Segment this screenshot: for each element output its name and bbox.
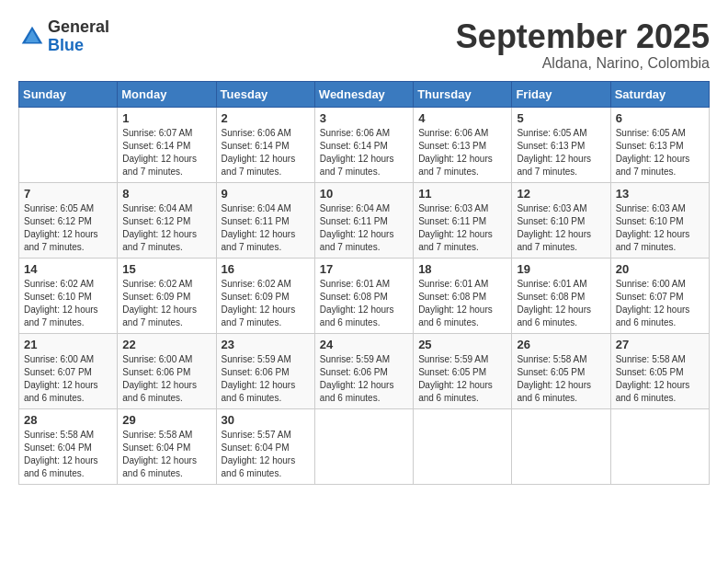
calendar-cell: 7Sunrise: 6:05 AMSunset: 6:12 PMDaylight… (19, 182, 118, 258)
day-info: Sunrise: 6:05 AMSunset: 6:13 PMDaylight:… (517, 127, 605, 178)
day-info: Sunrise: 5:59 AMSunset: 6:06 PMDaylight:… (320, 353, 408, 405)
day-info: Sunrise: 6:06 AMSunset: 6:14 PMDaylight:… (320, 127, 408, 178)
calendar-cell (414, 408, 512, 484)
calendar-cell: 12Sunrise: 6:03 AMSunset: 6:10 PMDayligh… (512, 182, 610, 258)
day-number: 24 (320, 338, 408, 351)
day-info: Sunrise: 6:00 AMSunset: 6:07 PMDaylight:… (24, 353, 112, 405)
calendar-cell: 13Sunrise: 6:03 AMSunset: 6:10 PMDayligh… (610, 182, 709, 258)
calendar-cell: 23Sunrise: 5:59 AMSunset: 6:06 PMDayligh… (216, 333, 314, 408)
day-info: Sunrise: 6:06 AMSunset: 6:13 PMDaylight:… (418, 127, 506, 178)
calendar-cell: 19Sunrise: 6:01 AMSunset: 6:08 PMDayligh… (512, 258, 610, 333)
day-number: 2 (222, 111, 310, 125)
calendar-cell: 5Sunrise: 6:05 AMSunset: 6:13 PMDaylight… (512, 107, 610, 182)
calendar-week-row: 7Sunrise: 6:05 AMSunset: 6:12 PMDaylight… (19, 182, 710, 258)
location: Aldana, Narino, Colombia (456, 55, 710, 72)
day-info: Sunrise: 6:03 AMSunset: 6:11 PMDaylight:… (418, 202, 506, 254)
day-info: Sunrise: 6:03 AMSunset: 6:10 PMDaylight:… (616, 202, 704, 254)
calendar-week-row: 28Sunrise: 5:58 AMSunset: 6:04 PMDayligh… (19, 408, 710, 484)
calendar-cell: 30Sunrise: 5:57 AMSunset: 6:04 PMDayligh… (216, 408, 314, 484)
header-cell: Wednesday (314, 81, 413, 107)
day-number: 18 (418, 262, 506, 276)
day-info: Sunrise: 6:02 AMSunset: 6:09 PMDaylight:… (122, 278, 210, 329)
day-number: 22 (122, 338, 210, 351)
day-number: 25 (418, 338, 506, 351)
day-number: 9 (222, 187, 310, 201)
calendar-cell: 9Sunrise: 6:04 AMSunset: 6:11 PMDaylight… (216, 182, 314, 258)
calendar-cell: 8Sunrise: 6:04 AMSunset: 6:12 PMDaylight… (118, 182, 216, 258)
calendar-cell: 25Sunrise: 5:59 AMSunset: 6:05 PMDayligh… (414, 333, 512, 408)
day-number: 21 (24, 338, 112, 351)
calendar-header: SundayMondayTuesdayWednesdayThursdayFrid… (19, 81, 710, 107)
calendar-cell: 16Sunrise: 6:02 AMSunset: 6:09 PMDayligh… (216, 258, 314, 333)
day-number: 13 (616, 187, 704, 201)
day-number: 20 (616, 262, 704, 276)
header-row: SundayMondayTuesdayWednesdayThursdayFrid… (19, 81, 710, 107)
calendar-cell: 14Sunrise: 6:02 AMSunset: 6:10 PMDayligh… (19, 258, 118, 333)
day-number: 26 (517, 338, 605, 351)
day-info: Sunrise: 5:58 AMSunset: 6:04 PMDaylight:… (24, 429, 112, 480)
calendar-cell: 10Sunrise: 6:04 AMSunset: 6:11 PMDayligh… (314, 182, 413, 258)
day-number: 10 (320, 187, 408, 201)
day-number: 27 (616, 338, 704, 351)
logo-blue: Blue (48, 37, 109, 55)
day-number: 28 (24, 413, 112, 427)
calendar-cell: 28Sunrise: 5:58 AMSunset: 6:04 PMDayligh… (19, 408, 118, 484)
day-number: 6 (616, 111, 704, 125)
day-number: 1 (122, 111, 210, 125)
day-number: 3 (320, 111, 408, 125)
day-number: 30 (222, 413, 310, 427)
day-info: Sunrise: 5:59 AMSunset: 6:05 PMDaylight:… (418, 353, 506, 405)
calendar-cell (19, 107, 118, 182)
day-info: Sunrise: 6:05 AMSunset: 6:13 PMDaylight:… (616, 127, 704, 178)
calendar-table: SundayMondayTuesdayWednesdayThursdayFrid… (18, 81, 710, 485)
day-number: 17 (320, 262, 408, 276)
day-number: 12 (517, 187, 605, 201)
day-info: Sunrise: 5:58 AMSunset: 6:05 PMDaylight:… (616, 353, 704, 405)
header-cell: Sunday (19, 81, 118, 107)
logo: General Blue (18, 18, 109, 55)
logo-text: General Blue (48, 18, 109, 55)
day-info: Sunrise: 6:05 AMSunset: 6:12 PMDaylight:… (24, 202, 112, 254)
calendar-cell: 24Sunrise: 5:59 AMSunset: 6:06 PMDayligh… (314, 333, 413, 408)
day-number: 7 (24, 187, 112, 201)
title-block: September 2025 Aldana, Narino, Colombia (456, 18, 710, 72)
day-number: 5 (517, 111, 605, 125)
calendar-cell (610, 408, 709, 484)
calendar-week-row: 21Sunrise: 6:00 AMSunset: 6:07 PMDayligh… (19, 333, 710, 408)
logo-icon (18, 23, 46, 51)
header-cell: Friday (512, 81, 610, 107)
day-number: 11 (418, 187, 506, 201)
calendar-cell: 6Sunrise: 6:05 AMSunset: 6:13 PMDaylight… (610, 107, 709, 182)
day-info: Sunrise: 6:04 AMSunset: 6:11 PMDaylight:… (222, 202, 310, 254)
header-cell: Monday (118, 81, 216, 107)
day-number: 14 (24, 262, 112, 276)
calendar-cell: 21Sunrise: 6:00 AMSunset: 6:07 PMDayligh… (19, 333, 118, 408)
calendar-cell: 26Sunrise: 5:58 AMSunset: 6:05 PMDayligh… (512, 333, 610, 408)
calendar-cell: 29Sunrise: 5:58 AMSunset: 6:04 PMDayligh… (118, 408, 216, 484)
calendar-cell: 22Sunrise: 6:00 AMSunset: 6:06 PMDayligh… (118, 333, 216, 408)
calendar-week-row: 14Sunrise: 6:02 AMSunset: 6:10 PMDayligh… (19, 258, 710, 333)
calendar-cell: 1Sunrise: 6:07 AMSunset: 6:14 PMDaylight… (118, 107, 216, 182)
calendar-cell: 18Sunrise: 6:01 AMSunset: 6:08 PMDayligh… (414, 258, 512, 333)
day-number: 4 (418, 111, 506, 125)
day-number: 16 (222, 262, 310, 276)
header-cell: Saturday (610, 81, 709, 107)
calendar-cell: 4Sunrise: 6:06 AMSunset: 6:13 PMDaylight… (414, 107, 512, 182)
day-info: Sunrise: 6:03 AMSunset: 6:10 PMDaylight:… (517, 202, 605, 254)
calendar-cell: 17Sunrise: 6:01 AMSunset: 6:08 PMDayligh… (314, 258, 413, 333)
day-number: 15 (122, 262, 210, 276)
day-info: Sunrise: 5:57 AMSunset: 6:04 PMDaylight:… (222, 429, 310, 480)
calendar-cell: 27Sunrise: 5:58 AMSunset: 6:05 PMDayligh… (610, 333, 709, 408)
page-header: General Blue September 2025 Aldana, Nari… (18, 18, 710, 72)
day-info: Sunrise: 6:01 AMSunset: 6:08 PMDaylight:… (320, 278, 408, 329)
calendar-cell: 20Sunrise: 6:00 AMSunset: 6:07 PMDayligh… (610, 258, 709, 333)
day-number: 8 (122, 187, 210, 201)
day-number: 23 (222, 338, 310, 351)
day-info: Sunrise: 6:07 AMSunset: 6:14 PMDaylight:… (122, 127, 210, 178)
header-cell: Tuesday (216, 81, 314, 107)
calendar-week-row: 1Sunrise: 6:07 AMSunset: 6:14 PMDaylight… (19, 107, 710, 182)
day-info: Sunrise: 5:58 AMSunset: 6:04 PMDaylight:… (122, 429, 210, 480)
day-number: 19 (517, 262, 605, 276)
day-info: Sunrise: 6:02 AMSunset: 6:09 PMDaylight:… (222, 278, 310, 329)
day-info: Sunrise: 6:00 AMSunset: 6:07 PMDaylight:… (616, 278, 704, 329)
